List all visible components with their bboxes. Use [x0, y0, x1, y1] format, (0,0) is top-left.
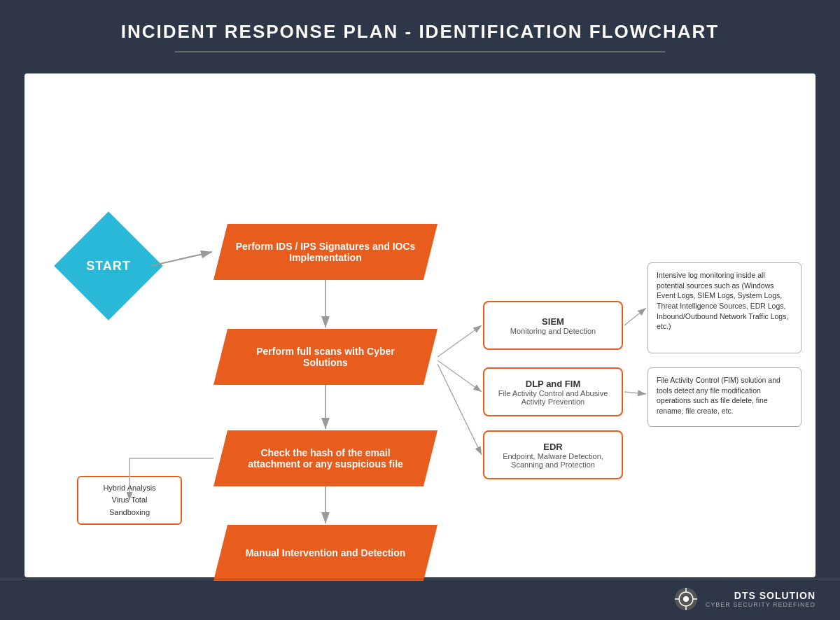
start-label: START — [70, 227, 147, 304]
footer-brand-text: DTS SOLUTION CYBER SECURITY REDEFINED — [706, 590, 816, 608]
svg-line-10 — [624, 392, 646, 394]
siem-box: SIEM Monitoring and Detection — [483, 301, 623, 350]
dts-logo-icon — [673, 586, 699, 612]
svg-point-13 — [683, 596, 689, 602]
footer-divider — [0, 579, 840, 579]
page-title: INCIDENT RESPONSE PLAN - IDENTIFICATION … — [14, 21, 826, 43]
step4-box: Manual Intervention and Detection — [214, 525, 438, 581]
dlp-box: DLP and FIM File Activity Control and Ab… — [483, 367, 623, 416]
svg-line-6 — [438, 325, 482, 357]
footer: DTS SOLUTION CYBER SECURITY REDEFINED — [673, 586, 816, 612]
siem-desc-box: Intensive log monitoring inside all pote… — [648, 262, 802, 353]
edr-box: EDR Endpoint, Malware Detection, Scannin… — [483, 430, 623, 479]
svg-line-7 — [438, 360, 482, 392]
svg-line-8 — [438, 364, 482, 455]
header: INCIDENT RESPONSE PLAN - IDENTIFICATION … — [0, 0, 840, 66]
step2-box: Perform full scans with Cyber Solutions — [214, 329, 438, 385]
step1-box: Perform IDS / IPS Signatures and IOCs Im… — [214, 224, 438, 280]
main-canvas: START Perform IDS / IPS Signatures and I… — [24, 73, 816, 577]
step3-box: Check the hash of the email attachment o… — [214, 430, 438, 486]
hybrid-box: Hybrid Analysis Virus Total Sandboxing — [77, 476, 182, 525]
svg-line-9 — [624, 308, 646, 325]
dlp-desc-box: File Activity Control (FIM) solution and… — [648, 367, 802, 427]
header-divider — [175, 51, 665, 52]
